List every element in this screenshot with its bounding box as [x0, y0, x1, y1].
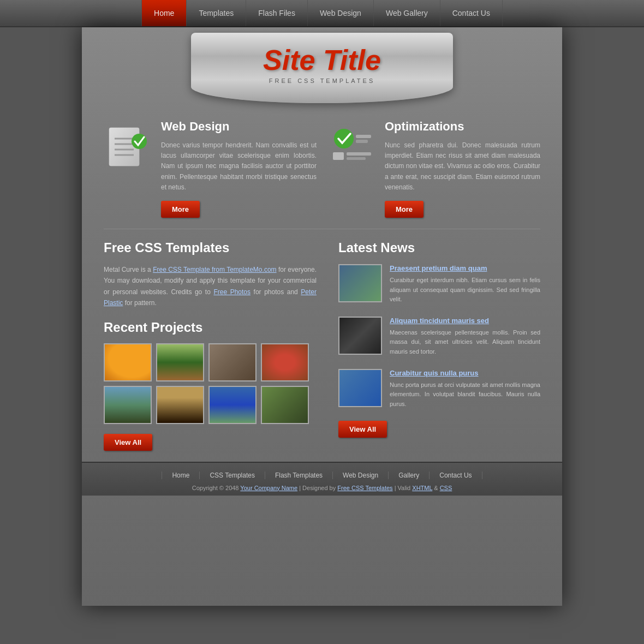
news-body-2: Maecenas scelerisque pellentesque mollis…: [390, 328, 540, 357]
news-link-1[interactable]: Praesent pretium diam quam: [390, 264, 540, 272]
site-subtitle: FREE CSS TEMPLATES: [202, 77, 442, 84]
project-thumb-8[interactable]: [261, 386, 309, 424]
optim-more-button[interactable]: More: [385, 201, 424, 218]
web-design-body: Donec varius tempor hendrerit. Nam conva…: [161, 140, 317, 193]
nav-home[interactable]: Home: [141, 0, 187, 26]
svg-rect-8: [356, 135, 371, 138]
top-navigation: Home Templates Flash Files Web Design We…: [0, 0, 644, 27]
optim-text: Optimizations Nunc sed pharetra dui. Don…: [385, 120, 540, 218]
optim-heading: Optimizations: [385, 120, 540, 134]
news-text-1: Praesent pretium diam quam Curabitur ege…: [390, 264, 540, 305]
web-design-icon-area: [104, 120, 153, 218]
free-css-text3: for photos and: [254, 288, 298, 296]
footer-nav-gallery[interactable]: Gallery: [389, 472, 430, 479]
and-text: &: [434, 485, 438, 491]
header-area: Site Title FREE CSS TEMPLATES: [82, 27, 562, 103]
footer-nav-flash-templates[interactable]: Flash Templates: [265, 472, 333, 479]
nav-contact-us[interactable]: Contact Us: [440, 0, 503, 26]
news-thumb-3: [338, 369, 382, 407]
xhtml-link[interactable]: XHTML: [412, 485, 432, 491]
nav-flash-files[interactable]: Flash Files: [246, 0, 308, 26]
valid-text: | Valid: [395, 485, 411, 491]
free-css-text: Metal Curve is a Free CSS Template from …: [104, 264, 317, 309]
project-grid: [104, 343, 317, 424]
svg-point-6: [132, 134, 147, 149]
project-thumb-6[interactable]: [156, 386, 204, 424]
free-css-link1[interactable]: Free CSS Template from TemplateMo.com: [153, 266, 276, 273]
nav-web-design[interactable]: Web Design: [308, 0, 374, 26]
project-thumb-2[interactable]: [156, 343, 204, 381]
news-text-2: Aliquam tincidunt mauris sed Maecenas sc…: [390, 317, 540, 357]
footer: Home CSS Templates Flash Templates Web D…: [82, 462, 562, 496]
designed-by-text: | Designed by: [299, 485, 336, 491]
footer-nav-home[interactable]: Home: [162, 472, 200, 479]
project-thumb-7[interactable]: [208, 386, 257, 424]
nav-templates[interactable]: Templates: [187, 0, 246, 26]
copyright-text: Copyright © 2048: [192, 485, 239, 491]
recent-projects-heading: Recent Projects: [104, 320, 317, 335]
free-css-text4: for pattern.: [125, 299, 157, 307]
projects-view-all-button[interactable]: View All: [104, 434, 152, 451]
web-design-more-button[interactable]: More: [161, 201, 200, 218]
news-item-3: Curabitur quis nulla purus Nunc porta pu…: [338, 369, 540, 409]
right-column: Latest News Praesent pretium diam quam C…: [338, 240, 540, 451]
site-title: Site Title: [202, 44, 442, 76]
news-link-2[interactable]: Aliquam tincidunt mauris sed: [390, 317, 540, 325]
news-body-1: Curabitur eget interdum nibh. Etiam curs…: [390, 276, 540, 305]
free-css-text1: Metal Curve is a: [104, 266, 151, 273]
designer-link[interactable]: Free CSS Templates: [337, 485, 392, 491]
optim-icon-area: [327, 120, 377, 218]
feature-web-design: Web Design Donec varius tempor hendrerit…: [104, 120, 317, 218]
nav-web-gallery[interactable]: Web Gallery: [374, 0, 440, 26]
web-design-svg-icon: [104, 125, 153, 174]
footer-copyright: Copyright © 2048 Your Company Name | Des…: [93, 485, 551, 491]
two-col-section: Free CSS Templates Metal Curve is a Free…: [104, 240, 540, 451]
svg-point-7: [334, 129, 354, 148]
footer-nav-web-design[interactable]: Web Design: [333, 472, 389, 479]
features-row: Web Design Donec varius tempor hendrerit…: [104, 120, 540, 218]
project-thumb-1[interactable]: [104, 343, 152, 381]
project-thumb-5[interactable]: [104, 386, 152, 424]
footer-nav-contact-us[interactable]: Contact Us: [430, 472, 482, 479]
logo-box: Site Title FREE CSS TEMPLATES: [191, 33, 453, 103]
optim-body: Nunc sed pharetra dui. Donec malesuada r…: [385, 140, 540, 193]
svg-rect-11: [347, 152, 371, 156]
css-link[interactable]: CSS: [440, 485, 452, 491]
svg-rect-10: [333, 152, 344, 160]
optim-svg-icon: [327, 125, 377, 174]
left-column: Free CSS Templates Metal Curve is a Free…: [104, 240, 317, 451]
feature-optimizations: Optimizations Nunc sed pharetra dui. Don…: [327, 120, 540, 218]
project-thumb-3[interactable]: [208, 343, 257, 381]
news-item-1: Praesent pretium diam quam Curabitur ege…: [338, 264, 540, 305]
section-divider: [104, 229, 540, 229]
footer-nav-css-templates[interactable]: CSS Templates: [200, 472, 265, 479]
content-area: Web Design Donec varius tempor hendrerit…: [82, 103, 562, 462]
company-link[interactable]: Your Company Name: [240, 485, 297, 491]
news-thumb-1: [338, 264, 382, 302]
latest-news-heading: Latest News: [338, 240, 540, 255]
free-css-link2[interactable]: Free Photos: [213, 288, 251, 296]
free-css-heading: Free CSS Templates: [104, 240, 317, 255]
news-view-all-button[interactable]: View All: [338, 421, 387, 438]
news-link-3[interactable]: Curabitur quis nulla purus: [390, 369, 540, 377]
news-body-3: Nunc porta purus at orci vulputate sit a…: [390, 380, 540, 409]
web-design-heading: Web Design: [161, 120, 317, 134]
news-item-2: Aliquam tincidunt mauris sed Maecenas sc…: [338, 317, 540, 357]
main-wrapper: Site Title FREE CSS TEMPLATES: [82, 27, 562, 606]
svg-rect-12: [347, 157, 366, 160]
web-design-text: Web Design Donec varius tempor hendrerit…: [161, 120, 317, 218]
svg-rect-9: [356, 140, 368, 143]
footer-nav: Home CSS Templates Flash Templates Web D…: [93, 472, 551, 479]
news-thumb-2: [338, 317, 382, 355]
project-thumb-4[interactable]: [261, 343, 309, 381]
news-text-3: Curabitur quis nulla purus Nunc porta pu…: [390, 369, 540, 409]
